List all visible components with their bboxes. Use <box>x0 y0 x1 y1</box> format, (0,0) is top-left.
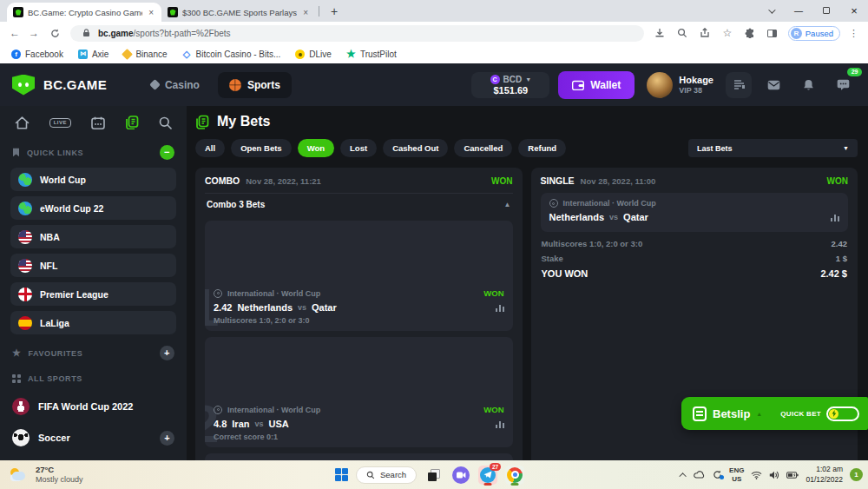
bookmark-star-icon[interactable]: ☆ <box>720 26 734 40</box>
video-call-app-icon[interactable] <box>451 466 470 485</box>
my-bets-icon[interactable] <box>125 116 139 129</box>
forward-icon[interactable]: → <box>29 27 39 39</box>
close-button[interactable]: × <box>840 4 868 17</box>
new-tab-button[interactable]: + <box>331 4 338 18</box>
toggle-switch[interactable] <box>826 406 859 421</box>
url-host: bc.game <box>98 29 134 38</box>
system-tray: ENG US 1:02 am 01/12/2022 1 <box>681 460 863 489</box>
bookmark-axie[interactable]: ⋈Axie <box>78 50 108 59</box>
side-panel-icon[interactable] <box>766 26 779 40</box>
betslip-button[interactable]: Betslip ▲ QUICK BET <box>681 397 868 430</box>
sidebar-item-nfl[interactable]: NFL <box>10 254 176 277</box>
live-icon[interactable]: LIVE <box>49 118 70 128</box>
casino-diamond-icon <box>149 79 161 90</box>
sidebar-item-premier-league[interactable]: Premier League <box>10 282 176 306</box>
combo-summary-row[interactable]: Combo 3 Bets ▲ <box>205 193 513 215</box>
task-view-icon[interactable] <box>424 466 444 485</box>
tab-close-icon[interactable]: × <box>301 8 310 17</box>
bookmark-binance[interactable]: Binance <box>123 50 167 59</box>
globe-icon <box>18 202 32 215</box>
page-title: My Bets <box>217 114 270 129</box>
sidebar-item-partial[interactable] <box>10 453 176 460</box>
sort-dropdown[interactable]: Last Bets ▼ <box>688 139 858 157</box>
quick-bet-toggle[interactable]: QUICK BET <box>780 406 859 421</box>
stats-icon[interactable] <box>831 214 839 221</box>
sidebar-item-fifa-world-cup[interactable]: FIFA World Cup 2022 <box>10 391 176 422</box>
home-icon[interactable] <box>15 116 30 129</box>
windows-taskbar: 27°C Mostly cloudy Search 27 <box>0 460 868 489</box>
telegram-icon[interactable]: 27 <box>478 466 497 485</box>
wallet-button[interactable]: Wallet <box>558 71 635 99</box>
taskbar-search[interactable]: Search <box>356 466 417 484</box>
back-icon[interactable]: ← <box>10 27 20 39</box>
star-icon: ★ <box>346 50 356 59</box>
user-profile[interactable]: Hokage VIP 38 <box>647 72 713 98</box>
bookmark-facebook[interactable]: fFacebook <box>11 50 63 59</box>
bookmark-bitcoin-casino[interactable]: ◇Bitcoin Casino - Bits... <box>182 50 281 59</box>
start-button[interactable] <box>335 468 348 481</box>
inbox-icon[interactable] <box>760 72 786 98</box>
stats-icon[interactable] <box>496 304 504 312</box>
currency-selector[interactable]: C BCD ▼ $151.69 <box>471 72 549 98</box>
sync-icon[interactable] <box>713 470 722 479</box>
filter-won[interactable]: Won <box>298 139 334 157</box>
stats-icon[interactable] <box>496 420 504 428</box>
balance-amount: $151.69 <box>481 85 540 96</box>
battery-icon[interactable] <box>786 472 799 479</box>
clock[interactable]: 1:02 am 01/12/2022 <box>806 465 843 484</box>
profile-chip[interactable]: R Paused <box>788 26 840 41</box>
volume-icon[interactable] <box>769 471 779 479</box>
bcgame-logo-icon[interactable] <box>12 75 35 96</box>
tab-search-chevron-icon[interactable] <box>757 6 785 16</box>
minimize-button[interactable]: — <box>785 6 812 16</box>
sidebar-item-eworld-cup[interactable]: eWorld Cup 22 <box>10 196 176 220</box>
username: Hokage <box>679 75 713 87</box>
sidebar-item-soccer[interactable]: Soccer+ <box>10 422 176 453</box>
nav-casino[interactable]: Casino <box>140 72 211 98</box>
search-icon[interactable] <box>159 116 172 129</box>
taskbar-weather[interactable]: 27°C Mostly cloudy <box>0 465 83 485</box>
vip-rank-icon[interactable] <box>726 72 752 98</box>
notification-badge[interactable]: 1 <box>850 468 863 481</box>
brand-name[interactable]: BC.GAME <box>43 77 107 92</box>
filter-cancelled[interactable]: Cancelled <box>454 139 512 157</box>
tray-chevron-up-icon[interactable] <box>681 472 687 478</box>
sidebar-item-nba[interactable]: NBA <box>10 225 176 248</box>
language-indicator[interactable]: ENG US <box>729 466 744 483</box>
calendar-icon[interactable] <box>91 116 105 129</box>
reload-icon[interactable] <box>48 26 62 40</box>
downloads-icon[interactable] <box>653 26 667 40</box>
wifi-icon[interactable] <box>751 471 762 479</box>
browser-menu-icon[interactable]: ⋮ <box>849 28 858 39</box>
address-bar[interactable]: bc.game/sports?bt-path=%2Fbets <box>70 25 644 42</box>
filter-all[interactable]: All <box>195 139 225 157</box>
expand-soccer-button[interactable]: + <box>160 431 174 446</box>
collapse-quick-links-button[interactable]: − <box>160 145 174 160</box>
nav-sports[interactable]: Sports <box>218 72 292 98</box>
bookmark-trustpilot[interactable]: ★TrustPilot <box>346 50 397 59</box>
add-favourite-button[interactable]: + <box>160 346 174 360</box>
betslip-icon <box>693 406 707 421</box>
onedrive-cloud-icon[interactable] <box>694 471 706 479</box>
sidebar-item-laliga[interactable]: LaLiga <box>10 311 176 334</box>
filter-lost[interactable]: Lost <box>340 139 377 157</box>
zoom-icon[interactable] <box>675 26 689 40</box>
filter-refund[interactable]: Refund <box>518 139 566 157</box>
share-icon[interactable] <box>698 26 712 40</box>
main-nav: Casino Sports <box>140 72 292 98</box>
browser-tab-1[interactable]: BC.Game: Crypto Casino Games & × <box>7 3 161 22</box>
sidebar-item-world-cup[interactable]: World Cup <box>10 168 176 191</box>
extensions-puzzle-icon[interactable] <box>743 26 757 40</box>
away-team: USA <box>269 419 289 429</box>
browser-tab-2[interactable]: $300 BC.GAME Sports Parlays Ch × <box>161 3 316 22</box>
vip-level: VIP 38 <box>679 86 713 95</box>
soccer-ball-icon <box>12 429 30 446</box>
filter-open-bets[interactable]: Open Bets <box>231 139 292 157</box>
bookmark-dlive[interactable]: ☻DLive <box>295 50 332 59</box>
tab-close-icon[interactable]: × <box>147 8 155 17</box>
chat-icon[interactable]: 29 <box>830 72 856 98</box>
maximize-button[interactable] <box>812 6 840 16</box>
bell-icon[interactable] <box>795 72 821 98</box>
filter-cashed-out[interactable]: Cashed Out <box>383 139 448 157</box>
chrome-icon[interactable] <box>505 466 524 485</box>
